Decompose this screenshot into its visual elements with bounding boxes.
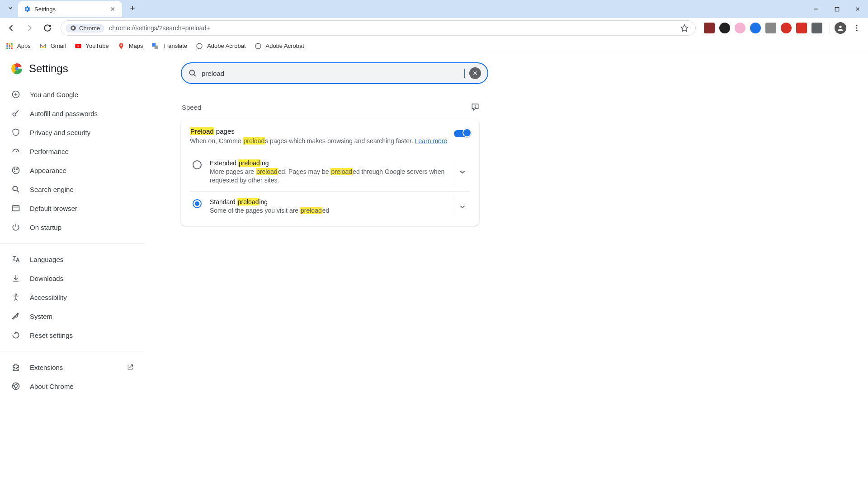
maximize-button[interactable] — [826, 0, 847, 18]
settings-nav: You and GoogleAutofill and passwordsPriv… — [0, 83, 145, 238]
tab-close-button[interactable] — [108, 5, 117, 13]
svg-rect-22 — [9, 47, 10, 49]
nav-extensions[interactable]: Extensions — [0, 358, 145, 377]
preload-option: Extended preloadingMore pages are preloa… — [190, 153, 470, 191]
nav-accessibility[interactable]: Accessibility — [0, 288, 145, 307]
extension-ext2[interactable] — [719, 23, 730, 33]
nav-reset-settings[interactable]: Reset settings — [0, 326, 145, 345]
settings-search-input[interactable] — [202, 70, 460, 77]
nav-default-browser[interactable]: Default browser — [0, 199, 145, 218]
bookmark-star-button[interactable] — [678, 24, 691, 32]
bookmark-gmail[interactable]: Gmail — [39, 42, 66, 50]
extension-s-ext[interactable] — [796, 23, 807, 33]
extension-puzzle[interactable] — [811, 23, 822, 33]
feedback-icon — [471, 103, 480, 112]
extension-camera[interactable] — [765, 23, 776, 33]
extension-icons — [701, 23, 825, 33]
svg-point-34 — [13, 167, 19, 174]
bookmark-label: Adobe Acrobat — [266, 42, 304, 49]
nav-performance[interactable]: Performance — [0, 142, 145, 161]
chrome-logo-icon — [11, 63, 23, 75]
acrobat-icon — [195, 42, 203, 50]
nav-autofill-and-passwords[interactable]: Autofill and passwords — [0, 104, 145, 123]
tabstrip: Settings — [0, 0, 139, 18]
browser-icon — [11, 203, 21, 213]
svg-point-35 — [14, 169, 15, 170]
settings-search-box[interactable] — [181, 62, 488, 84]
bookmark-maps[interactable]: Maps — [117, 42, 143, 50]
expand-button[interactable] — [454, 198, 470, 215]
more-vert-icon — [853, 24, 861, 32]
preload-toggle[interactable] — [454, 130, 470, 137]
bookmark-apps[interactable]: Apps — [5, 42, 31, 50]
nav-languages[interactable]: Languages — [0, 250, 145, 269]
nav-label: Default browser — [30, 205, 77, 212]
extension-ext4[interactable] — [750, 23, 761, 33]
reload-button[interactable] — [40, 20, 55, 36]
separator — [830, 23, 830, 33]
svg-rect-40 — [13, 205, 19, 211]
bookmark-adobe-acrobat[interactable]: Adobe Acrobat — [195, 42, 245, 50]
back-button[interactable] — [4, 20, 19, 36]
svg-rect-16 — [9, 43, 10, 44]
nav-about-chrome[interactable]: About Chrome — [0, 377, 145, 396]
nav-label: Performance — [30, 148, 69, 155]
nav-on-startup[interactable]: On startup — [0, 218, 145, 237]
maximize-icon — [835, 7, 840, 12]
learn-more-link[interactable]: Learn more — [415, 137, 448, 145]
reset-icon — [11, 330, 21, 340]
chrome-icon — [11, 381, 21, 391]
expand-button[interactable] — [454, 159, 470, 185]
card-text: Preload pages When on, Chrome preloads p… — [190, 127, 447, 146]
bookmark-label: Gmail — [51, 42, 66, 49]
omnibox-chip-label: Chrome — [79, 25, 100, 32]
close-icon — [472, 70, 478, 76]
nav-privacy-and-security[interactable]: Privacy and security — [0, 123, 145, 142]
extension-block[interactable] — [781, 23, 792, 33]
settings-sidebar: Settings You and GoogleAutofill and pass… — [0, 54, 145, 481]
nav-label: Reset settings — [30, 332, 73, 339]
svg-point-38 — [13, 186, 17, 191]
text-caret — [464, 69, 465, 78]
option-text: Extended preloadingMore pages are preloa… — [210, 159, 446, 185]
tab-search-dropdown[interactable] — [4, 1, 17, 15]
new-tab-button[interactable] — [126, 1, 139, 15]
option-description: More pages are preloaded. Pages may be p… — [210, 168, 446, 185]
google-icon — [11, 89, 21, 99]
svg-point-30 — [255, 43, 261, 49]
nav-label: On startup — [30, 224, 61, 231]
bookmark-youtube[interactable]: YouTube — [74, 42, 109, 50]
power-icon — [11, 222, 21, 232]
chrome-icon — [70, 25, 76, 31]
omnibox[interactable]: Chrome chrome://settings/?search=preload… — [61, 20, 696, 36]
svg-point-14 — [856, 30, 858, 31]
chrome-menu-button[interactable] — [849, 20, 864, 36]
nav-label: Privacy and security — [30, 129, 90, 136]
nav-appearance[interactable]: Appearance — [0, 161, 145, 180]
profile-avatar[interactable] — [835, 22, 846, 34]
nav-search-engine[interactable]: Search engine — [0, 180, 145, 199]
close-window-button[interactable] — [847, 0, 868, 18]
a11y-icon — [11, 292, 21, 302]
svg-rect-28 — [155, 45, 158, 49]
radio-button[interactable] — [193, 160, 202, 169]
browser-tab[interactable]: Settings — [18, 1, 122, 17]
nav-you-and-google[interactable]: You and Google — [0, 85, 145, 104]
nav-label: System — [30, 313, 52, 320]
card-title-suffix: pages — [214, 127, 235, 135]
clear-search-button[interactable] — [469, 67, 481, 79]
forward-button[interactable] — [22, 20, 37, 36]
extension-ext1[interactable] — [704, 23, 715, 33]
bookmark-adobe-acrobat[interactable]: Adobe Acrobat — [254, 42, 304, 50]
bookmark-translate[interactable]: Translate — [151, 42, 187, 50]
highlight: Preload — [190, 127, 214, 135]
nav-label: Downloads — [30, 275, 63, 282]
minimize-button[interactable] — [806, 0, 826, 18]
radio-button[interactable] — [193, 199, 202, 208]
section-label: Speed — [182, 103, 201, 111]
feedback-button[interactable] — [470, 102, 480, 112]
nav-system[interactable]: System — [0, 307, 145, 326]
search-icon — [11, 184, 21, 194]
extension-ext3[interactable] — [735, 23, 745, 33]
nav-downloads[interactable]: Downloads — [0, 269, 145, 288]
